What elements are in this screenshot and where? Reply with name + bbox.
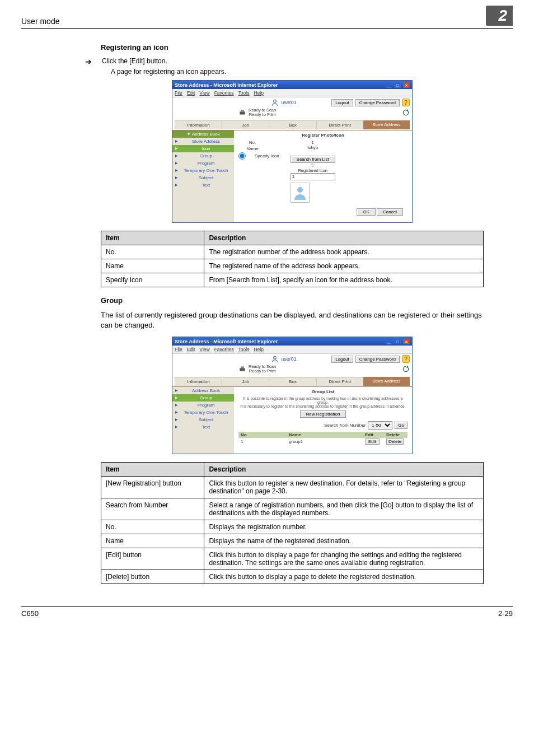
icon-preview	[291, 183, 310, 203]
tab-information[interactable]: Information	[175, 120, 222, 129]
refresh-icon[interactable]	[402, 365, 410, 373]
ok-button[interactable]: OK	[357, 208, 376, 216]
change-password-button[interactable]: Change Password	[355, 99, 400, 106]
new-registration-button[interactable]: New Registration	[300, 410, 346, 418]
sidenav-address-book[interactable]: Address Book	[172, 387, 234, 394]
table-register-icon: Item Description No.The registration num…	[101, 231, 484, 287]
svg-marker-3	[406, 109, 408, 111]
sidenav-group[interactable]: Group	[172, 394, 234, 402]
section1-title: Registering an icon	[101, 43, 484, 52]
panel-title: Register Photo/Icon	[238, 133, 407, 138]
header-left: User mode	[21, 17, 59, 26]
printer-icon	[238, 109, 246, 116]
td-desc: The registered name of the address book …	[204, 259, 484, 273]
tab-store-address[interactable]: Store Address	[363, 377, 410, 386]
menu-bar[interactable]: FileEditViewFavoritesToolsHelp	[172, 346, 412, 354]
sidenav-text[interactable]: Text	[172, 181, 234, 189]
note-2: It is necessary to register to the short…	[238, 404, 407, 408]
table-group: Item Description [New Registration] butt…	[101, 462, 484, 584]
tab-information[interactable]: Information	[175, 377, 222, 386]
sidenav-text[interactable]: Text	[172, 423, 234, 431]
tab-job[interactable]: Job	[222, 377, 269, 386]
close-icon[interactable]: ×	[403, 338, 410, 344]
change-password-button[interactable]: Change Password	[355, 356, 400, 363]
menu-bar[interactable]: FileEditViewFavoritesToolsHelp	[172, 89, 412, 97]
td-desc: Displays the name of the registered dest…	[204, 534, 484, 548]
help-icon[interactable]: ?	[402, 355, 410, 363]
go-button[interactable]: Go	[395, 422, 407, 429]
user-icon	[271, 355, 279, 363]
section2-title: Group	[101, 296, 484, 305]
sidenav-store-address[interactable]: Store Address	[172, 138, 234, 145]
th-item: Item	[101, 231, 204, 245]
no-label: No.	[238, 140, 266, 145]
sidenav-program[interactable]: Program	[172, 160, 234, 167]
tab-direct-print[interactable]: Direct Print	[316, 120, 363, 129]
svg-rect-6	[240, 368, 245, 371]
table-row: 1 group1 Edit Delete	[238, 438, 407, 445]
section1-bullet: Click the [Edit] button.	[102, 57, 167, 65]
refresh-icon[interactable]	[402, 109, 410, 116]
td-desc: Click this button to display a page to d…	[204, 570, 484, 584]
edit-button[interactable]: Edit	[365, 438, 380, 445]
status-print: Ready to Print	[249, 368, 276, 374]
section1-sub: A page for registering an icon appears.	[111, 68, 484, 76]
th-del: Delete	[384, 432, 407, 438]
sidenav-group[interactable]: Group	[172, 152, 234, 160]
name-label: Name	[238, 146, 266, 151]
th-no: No.	[238, 432, 287, 438]
registered-icon-input[interactable]	[291, 173, 335, 180]
tab-box[interactable]: Box	[269, 120, 316, 129]
td-item: Name	[101, 259, 204, 273]
maximize-icon[interactable]: □	[394, 338, 401, 344]
cancel-button[interactable]: Cancel	[377, 208, 403, 216]
minimize-icon[interactable]: _	[386, 338, 392, 344]
specify-icon-label: Specify Icon	[255, 153, 279, 158]
td-item: [New Registration] button	[101, 476, 204, 498]
specify-icon-radio[interactable]	[238, 152, 246, 160]
help-icon[interactable]: ?	[402, 99, 410, 106]
sidenav-header[interactable]: ▼ Address Book	[172, 130, 234, 138]
range-select[interactable]: 1-50	[368, 421, 392, 430]
minimize-icon[interactable]: _	[386, 82, 392, 88]
section2-body: The list of currently registered group d…	[101, 310, 484, 332]
svg-point-0	[274, 100, 277, 102]
td-desc: The registration number of the address b…	[204, 245, 484, 259]
arrow-icon: ➔	[85, 58, 92, 66]
logout-button[interactable]: Logout	[331, 356, 353, 363]
status-print: Ready to Print	[249, 112, 276, 117]
chevron-down-icon: ▽	[291, 163, 335, 168]
maximize-icon[interactable]: □	[394, 82, 401, 88]
sidenav-temp-one-touch[interactable]: Temporary One-Touch	[172, 167, 234, 174]
svg-rect-7	[241, 367, 244, 369]
svg-point-5	[274, 357, 277, 360]
td-item: No.	[101, 520, 204, 534]
registered-icon-label: Registered Icon	[291, 168, 335, 173]
td-item: No.	[101, 245, 204, 259]
tab-job[interactable]: Job	[222, 120, 269, 129]
td-desc: Click this button to display a page for …	[204, 548, 484, 570]
svg-rect-2	[241, 110, 244, 113]
sidenav-program[interactable]: Program	[172, 402, 234, 409]
sidenav-icon[interactable]: Icon	[172, 145, 234, 152]
sidenav-subject[interactable]: Subject	[172, 416, 234, 423]
svg-rect-1	[240, 112, 245, 115]
logout-button[interactable]: Logout	[331, 99, 353, 106]
search-from-list-button[interactable]: Search from List	[291, 156, 335, 163]
td-desc: Click this button to register a new dest…	[204, 476, 484, 498]
delete-button[interactable]: Delete	[386, 438, 404, 445]
username: user01	[281, 100, 297, 105]
td-desc: Select a range of registration numbers, …	[204, 498, 484, 520]
name-value: tokyo	[291, 145, 335, 150]
tab-box[interactable]: Box	[269, 377, 316, 386]
user-icon	[271, 99, 279, 106]
sidenav-temp-one-touch[interactable]: Temporary One-Touch	[172, 409, 234, 416]
window-title: Store Address - Microsoft Internet Explo…	[175, 82, 278, 88]
th-item: Item	[101, 462, 204, 476]
chapter-number: 2	[486, 6, 513, 26]
tab-store-address[interactable]: Store Address	[363, 120, 410, 129]
sidenav-subject[interactable]: Subject	[172, 174, 234, 181]
close-icon[interactable]: ×	[403, 82, 410, 88]
td-item: Specify Icon	[101, 273, 204, 287]
tab-direct-print[interactable]: Direct Print	[316, 377, 363, 386]
